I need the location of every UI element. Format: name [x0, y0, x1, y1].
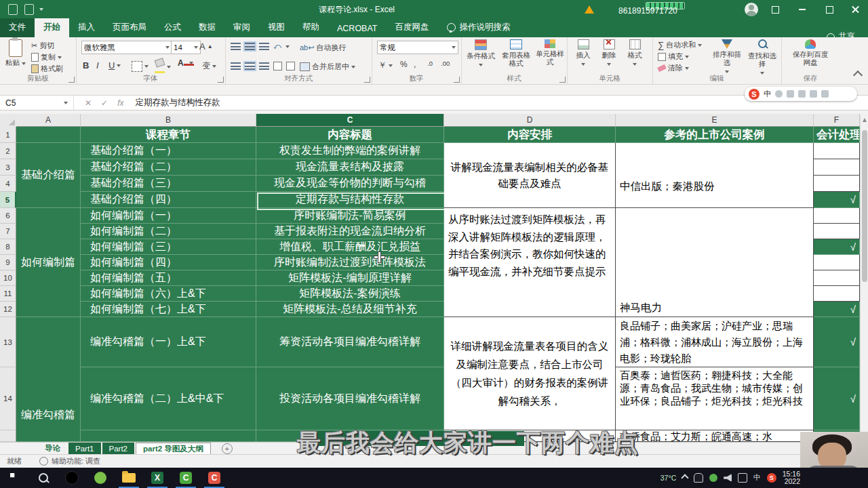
increase-indent-icon[interactable] [286, 62, 295, 70]
row-header-12[interactable]: 12 [0, 302, 16, 317]
row-header-13[interactable]: 13 [0, 317, 16, 367]
number-format-combo[interactable]: 常规 [377, 41, 458, 54]
cell-B1[interactable]: 课程章节 [81, 127, 256, 143]
styles-dialog-launcher[interactable] [559, 77, 566, 83]
row-header-15[interactable] [0, 430, 16, 442]
vertical-scrollbar[interactable] [860, 114, 868, 442]
conditional-formatting-button[interactable]: 条件格式 [464, 39, 498, 68]
underline-button[interactable]: U [108, 60, 121, 70]
clear-button[interactable]: 清除 [658, 63, 689, 73]
align-left-icon[interactable] [231, 62, 241, 70]
bold-button[interactable]: B [83, 60, 89, 70]
ime-skin-icon[interactable] [810, 90, 817, 98]
accounting-format-button[interactable]: ￥ [378, 60, 393, 71]
tab-formulas[interactable]: 公式 [155, 18, 190, 37]
taskbar-recorder[interactable]: C [206, 470, 222, 486]
wrap-text-button[interactable]: ab↩自动换行 [300, 43, 346, 53]
autosum-button[interactable]: ∑自动求和 [658, 40, 702, 50]
cell-E1[interactable]: 参考的上市公司案例 [616, 127, 814, 143]
sogou-ime-bar[interactable]: S 中 [745, 87, 857, 101]
sheet-tab-part1[interactable]: Part1 [68, 443, 101, 454]
close-button[interactable] [845, 1, 865, 18]
row-header-14[interactable]: 14 [0, 367, 16, 430]
font-size-combo[interactable]: 14 [171, 41, 201, 54]
collapse-ribbon-icon[interactable] [853, 70, 863, 80]
cell-B8[interactable]: 如何编制篇（三） [81, 239, 256, 255]
sheet-tab-daolun[interactable]: 导论 [38, 443, 67, 454]
align-center-icon[interactable] [245, 62, 255, 70]
cell-C3[interactable]: 现金流量表结构及披露 [256, 159, 444, 176]
borders-button[interactable] [132, 61, 149, 72]
tell-me-search[interactable]: 操作说明搜索 [438, 18, 519, 37]
row-header-3[interactable]: 3 [0, 159, 16, 176]
tab-help[interactable]: 帮助 [294, 18, 328, 37]
copy-button[interactable]: 复制 [31, 52, 62, 62]
cell-C12[interactable]: 矩阵模板法-总结及细节补充 [256, 302, 444, 317]
tab-insert[interactable]: 插入 [69, 18, 104, 37]
cell-F10[interactable] [814, 270, 860, 286]
cell-B13[interactable]: 编准勾稽篇（一）上&下 [81, 317, 256, 367]
cell-B10[interactable]: 如何编制篇（五） [81, 270, 256, 286]
cell-A2-merged[interactable]: 基础介绍篇 [16, 143, 81, 208]
col-header-B[interactable]: B [81, 114, 256, 127]
orientation-icon[interactable]: ⤺ [273, 42, 281, 51]
row-header-9[interactable]: 9 [0, 255, 16, 270]
cell-C10[interactable]: 矩阵模板法-编制原理详解 [256, 270, 444, 286]
sogou-logo-icon[interactable]: S [749, 89, 760, 100]
vertical-scrollbar-thumb[interactable] [862, 130, 867, 282]
row-header-1[interactable]: 1 [0, 127, 16, 143]
cell-C13[interactable]: 筹资活动各项目编准勾稽详解 [256, 317, 444, 367]
cell-C6[interactable]: 序时账编制法-简易案例 [256, 208, 444, 224]
font-color-button[interactable]: A [178, 58, 193, 68]
row-header-11[interactable]: 11 [0, 286, 16, 302]
taskbar-app-green[interactable] [92, 470, 108, 486]
comma-button[interactable]: , [414, 60, 416, 69]
tray-weather[interactable]: 37°C [660, 474, 676, 482]
font-dialog-launcher[interactable] [218, 77, 224, 83]
tray-ime-mode[interactable]: 中 [753, 473, 761, 483]
scroll-up-icon[interactable] [863, 118, 867, 122]
cell-F8-check[interactable]: √ [814, 239, 860, 255]
save-icon[interactable] [8, 4, 18, 15]
cell-F9[interactable] [814, 255, 860, 270]
cell-D6-merged[interactable]: 从序时账法过渡到矩阵模板法，再深入讲解矩阵模板法的逻辑原理，并结合案例演示，教你… [444, 208, 616, 317]
ribbon-display-options-button[interactable] [765, 1, 785, 18]
font-name-combo[interactable]: 微软雅黑 [81, 41, 172, 54]
save-to-baidu-button[interactable]: 保存到百度网盘 [791, 39, 830, 66]
col-header-A[interactable]: A [16, 114, 81, 127]
tab-page-layout[interactable]: 页面布局 [104, 18, 155, 37]
warning-icon[interactable] [585, 5, 594, 14]
taskbar-excel[interactable]: X [149, 470, 165, 486]
cell-styles-button[interactable]: 单元格样式 [533, 39, 567, 66]
minimize-button[interactable] [792, 1, 812, 18]
cell-F2[interactable] [814, 143, 860, 159]
cell-E14[interactable]: 百奥泰；迪哲医药；翱捷科技；大全能源；青岛食品；我武生物；城市传媒；创业环保；良… [616, 367, 814, 430]
tab-view[interactable]: 视图 [259, 18, 294, 37]
ime-toolbox-icon[interactable] [821, 90, 829, 98]
cell-B6[interactable]: 如何编制篇（一） [81, 208, 256, 224]
decrease-decimal-button[interactable]: .00 [441, 60, 450, 67]
cell-F4[interactable] [814, 176, 860, 192]
row-header-2[interactable]: 2 [0, 143, 16, 159]
cell-A6-merged[interactable]: 如何编制篇 [16, 208, 81, 317]
format-painter-button[interactable]: 格式刷 [31, 64, 63, 74]
cell-B3[interactable]: 基础介绍篇（二） [81, 159, 256, 176]
tray-volume-muted-icon[interactable] [724, 474, 732, 482]
file-icon[interactable] [24, 4, 34, 15]
taskbar-camtasia[interactable]: C [178, 470, 194, 486]
find-select-button[interactable]: 查找和选择 [745, 39, 780, 76]
taskbar-search-button[interactable] [35, 470, 52, 486]
grow-font-button[interactable]: A▲ [199, 41, 213, 52]
merge-center-button[interactable]: 合并后居中 [300, 62, 355, 72]
cell-F6[interactable] [814, 208, 860, 224]
insert-cells-button[interactable]: 插入 [571, 39, 595, 67]
cell-B9[interactable]: 如何编制篇（四） [81, 255, 256, 270]
cut-button[interactable]: ✂剪切 [31, 41, 54, 51]
cell-F13-check[interactable]: √ [814, 317, 860, 367]
tray-expand-icon[interactable] [682, 474, 689, 481]
cell-C9[interactable]: 序时账编制法过渡到矩阵模板法 [256, 255, 444, 270]
fill-button[interactable]: 填充 [658, 52, 689, 62]
enter-icon[interactable]: ✓ [101, 98, 108, 108]
align-top-icon[interactable] [231, 43, 241, 50]
select-all-corner[interactable] [0, 114, 17, 127]
